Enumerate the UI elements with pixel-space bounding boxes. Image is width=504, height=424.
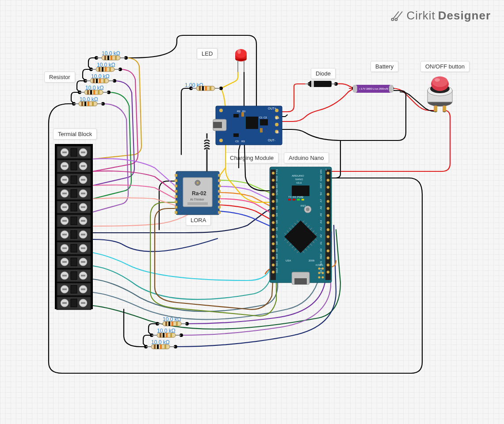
svg-rect-55: [241, 112, 244, 117]
svg-point-47: [275, 123, 279, 126]
svg-text:5V: 5V: [320, 192, 322, 195]
svg-text:D11: D11: [275, 261, 278, 266]
svg-text:D8: D8: [275, 241, 278, 245]
svg-point-106: [272, 250, 275, 252]
svg-rect-41: [443, 106, 446, 112]
svg-rect-84: [218, 185, 221, 187]
svg-text:D10: D10: [275, 254, 278, 259]
svg-point-164: [318, 276, 321, 279]
svg-text:C1: C1: [259, 116, 263, 119]
svg-point-113: [327, 193, 329, 196]
svg-text:Ai-Thinker: Ai-Thinker: [190, 198, 205, 201]
svg-text:ARDUINO: ARDUINO: [292, 174, 304, 177]
svg-text:TX: TX: [288, 196, 292, 198]
resistor-led: [191, 86, 220, 91]
svg-text:D4: D4: [275, 213, 278, 216]
terminal-block: [55, 144, 93, 310]
svg-rect-87: [218, 201, 221, 203]
svg-rect-89: [218, 211, 221, 214]
svg-text:RST: RST: [320, 183, 322, 188]
svg-rect-78: [175, 195, 177, 198]
svg-rect-159: [294, 278, 307, 284]
svg-text:GND: GND: [275, 189, 278, 195]
svg-point-119: [327, 235, 329, 238]
diode-component: [305, 81, 336, 87]
svg-point-101: [272, 214, 275, 217]
svg-text:A2: A2: [320, 234, 322, 238]
svg-text:A1: A1: [320, 241, 322, 245]
svg-text:Ra-02: Ra-02: [192, 190, 206, 197]
svg-rect-154: [288, 199, 291, 201]
svg-point-117: [327, 221, 329, 224]
svg-rect-74: [175, 174, 177, 177]
svg-text:C2: C2: [263, 116, 267, 119]
svg-text:D7: D7: [275, 234, 278, 238]
svg-point-50: [219, 139, 223, 142]
svg-point-152: [306, 208, 309, 211]
svg-text:2009: 2009: [309, 259, 315, 262]
svg-text:RST: RST: [301, 204, 306, 207]
resistor-bank-bottom: [146, 322, 187, 349]
svg-rect-86: [218, 195, 221, 198]
diagram-canvas: + 3.7V 18650 Li-ion 2500mAh OUT+ OUT- B+…: [0, 0, 504, 424]
svg-rect-80: [175, 206, 177, 208]
svg-text:RX0: RX0: [275, 176, 278, 181]
svg-point-108: [272, 264, 275, 266]
svg-text:R1: R1: [242, 110, 246, 113]
svg-rect-54: [233, 133, 239, 137]
svg-point-70: [197, 182, 199, 184]
svg-rect-51: [246, 117, 258, 129]
svg-text:REF: REF: [320, 254, 322, 259]
svg-point-103: [272, 228, 275, 231]
svg-text:A5: A5: [320, 213, 322, 216]
svg-text:USA: USA: [286, 259, 291, 262]
svg-text:+ 3.7V 18650 Li-ion 2500mAh: + 3.7V 18650 Li-ion 2500mAh: [359, 87, 389, 90]
svg-text:A6: A6: [320, 206, 322, 209]
svg-point-99: [272, 200, 275, 203]
battery-component: + 3.7V 18650 Li-ion 2500mAh: [353, 85, 393, 93]
svg-point-109: [272, 271, 275, 273]
svg-text:D5: D5: [275, 220, 278, 223]
led-component: [235, 49, 247, 72]
svg-text:R2: R2: [237, 110, 241, 113]
svg-point-104: [272, 235, 275, 238]
svg-point-102: [272, 221, 275, 224]
svg-rect-44: [213, 122, 222, 128]
svg-text:R3: R3: [241, 140, 245, 143]
onoff-button[interactable]: [428, 76, 452, 112]
svg-point-21: [235, 49, 247, 58]
svg-text:RX: RX: [293, 196, 296, 198]
svg-text:A0: A0: [320, 248, 322, 252]
svg-text:3V3: 3V3: [320, 261, 322, 266]
svg-point-100: [272, 207, 275, 210]
svg-text:B-: B-: [276, 131, 280, 134]
svg-rect-156: [297, 199, 300, 201]
svg-point-110: [327, 172, 329, 174]
svg-text:OUT+: OUT+: [268, 107, 276, 110]
svg-rect-150: [292, 186, 309, 196]
svg-rect-52: [260, 119, 268, 125]
svg-text:VIN: VIN: [320, 170, 322, 174]
svg-point-122: [327, 257, 329, 259]
svg-text:NANO: NANO: [295, 178, 303, 181]
svg-text:RST: RST: [275, 183, 278, 188]
svg-point-165: [322, 276, 324, 279]
svg-point-98: [272, 193, 275, 196]
svg-point-49: [219, 109, 223, 112]
svg-rect-73: [187, 202, 208, 205]
svg-point-124: [327, 271, 329, 273]
charging-module: OUT+ OUT- B+ B- R2 R1 C1 C2 C3 R3: [213, 106, 282, 145]
svg-text:OUT-: OUT-: [268, 139, 275, 142]
svg-rect-31: [389, 85, 393, 93]
svg-point-121: [327, 250, 329, 252]
svg-text:D9: D9: [275, 248, 278, 252]
svg-text:B+: B+: [275, 117, 279, 120]
svg-text:D2: D2: [275, 199, 278, 202]
svg-text:A3: A3: [320, 227, 322, 231]
svg-rect-56: [260, 128, 263, 132]
svg-point-112: [327, 186, 329, 189]
svg-text:V3.0: V3.0: [296, 182, 302, 184]
svg-text:TX1: TX1: [275, 169, 278, 174]
svg-point-120: [327, 242, 329, 245]
svg-text:GND: GND: [320, 175, 322, 181]
